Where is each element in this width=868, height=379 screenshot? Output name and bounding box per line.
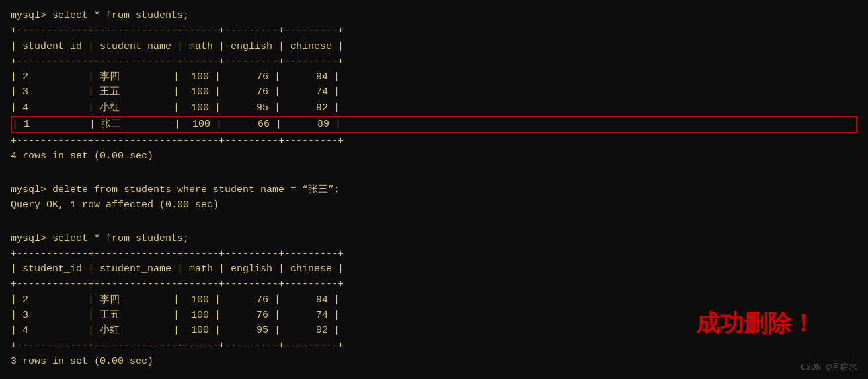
table-2-header: | student_id | student_name | math | eng… [11,261,857,277]
query-2-line: mysql> delete from students where studen… [11,182,857,197]
query-1-line: mysql> select * from students; [11,8,857,23]
table-1-bottom-border: +------------+--------------+------+----… [11,133,857,149]
table-2-bottom-border: +------------+--------------+------+----… [11,338,857,353]
table-1-header: | student_id | student_name | math | eng… [11,39,857,54]
table-row: | 2 | 李四 | 100 | 76 | 94 | [11,293,857,308]
prompt-1: mysql> [11,10,46,21]
result-1-summary: 4 rows in set (0.00 sec) [11,149,857,164]
query-1-text: select * from students; [52,10,189,21]
result-2-summary: 3 rows in set (0.00 sec) [11,354,857,369]
csdn-watermark: CSDN @月临水 [801,361,857,373]
spacer-1 [11,167,857,182]
highlighted-row: | 1 | 张三 | 100 | 66 | 89 | [11,116,857,133]
table-row: | 4 | 小红 | 100 | 95 | 92 | [11,100,857,116]
query-block-1: mysql> select * from students; +--------… [11,8,857,164]
table-2-top-border: +------------+--------------+------+----… [11,246,857,261]
table-1-header-border: +------------+--------------+------+----… [11,54,857,69]
table-2-header-border: +------------+--------------+------+----… [11,277,857,292]
query-block-3: mysql> select * from students; +--------… [11,231,857,369]
prompt-2: mysql> [11,184,46,195]
query-2-result: Query OK, 1 row affected (0.00 sec) [11,197,857,213]
table-1: +------------+--------------+------+----… [11,23,857,149]
query-2-text: delete from students where student_name … [52,184,340,195]
query-block-2: mysql> delete from students where studen… [11,182,857,213]
success-label: 成功删除！ [696,308,815,340]
spacer-2 [11,215,857,230]
prompt-3: mysql> [11,233,46,244]
table-row: | 2 | 李四 | 100 | 76 | 94 | [11,69,857,85]
table-1-top-border: +------------+--------------+------+----… [11,23,857,38]
query-3-text: select * from students; [52,233,189,244]
table-row: | 3 | 王五 | 100 | 76 | 74 | [11,85,857,100]
query-3-line: mysql> select * from students; [11,231,857,246]
